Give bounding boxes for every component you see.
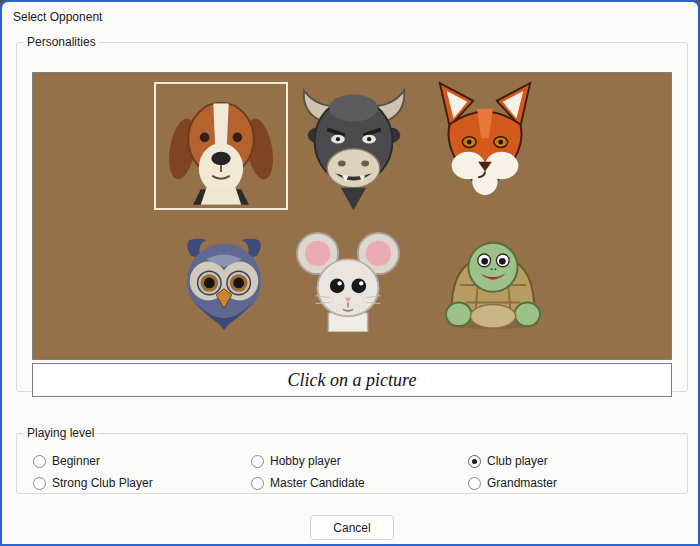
personalities-label: Personalities <box>24 35 99 49</box>
radio-circle[interactable] <box>468 455 481 468</box>
radio-grandmaster[interactable]: Grandmaster <box>468 476 557 490</box>
owl-icon <box>179 230 269 330</box>
opponent-picture-turtle[interactable] <box>438 228 548 331</box>
radio-master-candidate[interactable]: Master Candidate <box>251 476 365 490</box>
mouse-icon <box>296 227 400 332</box>
radio-label: Grandmaster <box>487 476 557 490</box>
cancel-button[interactable]: Cancel <box>310 515 394 540</box>
radio-circle[interactable] <box>33 455 46 468</box>
bull-icon <box>298 78 410 211</box>
personalities-group: Personalities <box>16 35 688 392</box>
beagle-icon <box>168 87 274 205</box>
radio-label: Beginner <box>52 454 100 468</box>
fox-icon <box>432 81 538 209</box>
radio-label: Hobby player <box>270 454 341 468</box>
turtle-icon <box>440 230 546 330</box>
radio-label: Master Candidate <box>270 476 365 490</box>
playing-level-group: Playing level Beginner Strong Club Playe… <box>16 426 688 494</box>
radio-circle[interactable] <box>468 477 481 490</box>
picture-hint-bar: Click on a picture <box>32 363 672 397</box>
opponent-picture-fox[interactable] <box>430 79 540 210</box>
opponent-picture-bull[interactable] <box>296 76 412 213</box>
radio-circle[interactable] <box>33 477 46 490</box>
opponent-picture-mouse[interactable] <box>294 225 402 333</box>
window-title: Select Opponent <box>13 10 102 24</box>
radio-club-player[interactable]: Club player <box>468 454 548 468</box>
radio-hobby-player[interactable]: Hobby player <box>251 454 341 468</box>
playing-level-label: Playing level <box>24 426 97 440</box>
radio-circle[interactable] <box>251 477 264 490</box>
opponent-picture-owl[interactable] <box>177 228 271 331</box>
picture-hint-text: Click on a picture <box>288 370 417 391</box>
titlebar[interactable]: Select Opponent <box>2 2 698 32</box>
playing-level-options: Beginner Strong Club Player Hobby player… <box>17 450 687 502</box>
radio-label: Club player <box>487 454 548 468</box>
radio-strong-club-player[interactable]: Strong Club Player <box>33 476 153 490</box>
select-opponent-dialog: Select Opponent Personalities <box>0 0 700 546</box>
opponent-picture-beagle[interactable] <box>154 82 288 210</box>
radio-label: Strong Club Player <box>52 476 153 490</box>
radio-beginner[interactable]: Beginner <box>33 454 100 468</box>
personalities-board <box>32 72 672 360</box>
radio-circle[interactable] <box>251 455 264 468</box>
